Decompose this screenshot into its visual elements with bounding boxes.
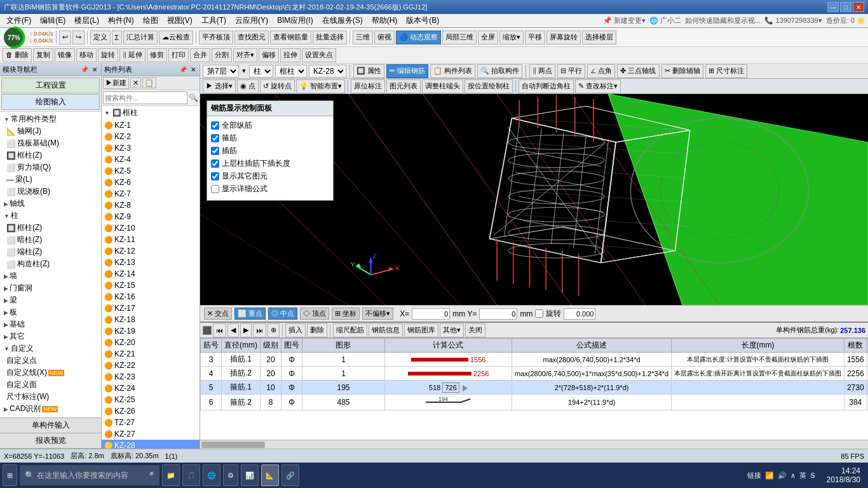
btn-split[interactable]: 分割	[212, 48, 232, 62]
tree-frame-col[interactable]: 🔲框柱(Z)	[1, 222, 100, 234]
rotate-input[interactable]	[564, 308, 595, 320]
horizontal-scrollbar[interactable]	[200, 440, 868, 449]
tree-cad[interactable]: ▶CAD识别 NEW	[1, 403, 100, 415]
comp-kz3[interactable]: 🟠KZ-3	[102, 142, 200, 154]
tray-up-arrow[interactable]: ∧	[790, 471, 796, 480]
btn-point-draw[interactable]: ◉ 点	[237, 79, 259, 93]
menu-tools[interactable]: 工具(T)	[198, 14, 230, 27]
btn-edit-rebar[interactable]: ✏ 编辑钢筋	[386, 64, 428, 78]
check-insert-bar[interactable]: 插筋	[211, 146, 329, 156]
nav-first-btn[interactable]: ⏮	[213, 323, 226, 337]
maximize-button[interactable]: □	[840, 2, 851, 12]
nav-prev-btn[interactable]: ◀	[227, 323, 239, 337]
btn-parallel[interactable]: ⊟ 平行	[557, 64, 585, 78]
btn-find[interactable]: 查找图元	[234, 30, 269, 44]
btn-mirror[interactable]: 镜像	[55, 48, 75, 62]
comp-kz7[interactable]: 🟠KZ-7	[102, 188, 200, 200]
comp-folder-kz[interactable]: ▼ 🔲 框柱	[102, 106, 200, 119]
menu-cloud[interactable]: 云应用(Y)	[231, 14, 272, 27]
btn-mod-mark[interactable]: ✎ 查改标注▾	[575, 79, 621, 93]
btn-trim[interactable]: 修剪	[147, 48, 167, 62]
btn-sum[interactable]: Σ	[112, 30, 123, 44]
nav-last-btn[interactable]: ⏭	[253, 323, 266, 337]
tree-hidden-col[interactable]: ⬜暗柱(Z)	[1, 234, 100, 246]
btn-select-floor[interactable]: 选择楼层	[582, 30, 616, 44]
tree-common-types[interactable]: ▼ 常用构件类型	[1, 113, 100, 125]
btn-intersect[interactable]: ✕ 交点	[204, 308, 232, 320]
btn-point-angle[interactable]: ∠ 点角	[587, 64, 615, 78]
tree-shear-wall[interactable]: ⬜剪力墙(Q)	[1, 161, 100, 173]
tray-lang[interactable]: 英	[799, 471, 806, 480]
btn-no-offset[interactable]: 不偏移▾	[362, 308, 393, 320]
comp-kz16[interactable]: 🟠KZ-16	[102, 291, 200, 302]
btn-rotate2[interactable]: 旋转	[98, 48, 118, 62]
check-show-other[interactable]: 显示其它图元	[211, 171, 329, 182]
btn-merge[interactable]: 合并	[190, 48, 210, 62]
btn-single-input[interactable]: 单构件输入	[0, 418, 101, 433]
tree-axis[interactable]: ▶轴线	[1, 198, 100, 210]
comp-name-selector[interactable]: KZ-28	[309, 65, 346, 78]
taskbar-app-ggj[interactable]: 📐	[261, 464, 279, 486]
comp-kz8[interactable]: 🟠KZ-8	[102, 200, 200, 211]
search-bar[interactable]: 🔍 在这里输入你要搜索的内容 🎤	[20, 465, 159, 485]
btn-dim-mark[interactable]: ⊞ 尺寸标注	[705, 64, 747, 78]
btn-cloud[interactable]: ☁云检查	[159, 30, 193, 44]
btn-view[interactable]: 俯视	[374, 30, 395, 44]
btn-coord[interactable]: ⊞ 坐标	[332, 308, 360, 320]
btn-print[interactable]: 打印	[168, 48, 189, 62]
check-stirrup[interactable]: 箍筋	[211, 133, 329, 144]
comp-kz27[interactable]: 🟠KZ-27	[102, 428, 200, 440]
menu-view[interactable]: 视图(V)	[163, 14, 196, 27]
comp-kz25[interactable]: 🟠KZ-25	[102, 394, 200, 405]
btn-align[interactable]: 对齐▾	[233, 48, 257, 62]
btn-pan[interactable]: 平移	[525, 30, 545, 44]
btn-define[interactable]: 定义	[90, 30, 111, 44]
btn-scale-rebar[interactable]: 缩尺配筋	[333, 323, 367, 337]
btn-orig-mark[interactable]: 原位标注	[351, 79, 385, 93]
btn-draw-input[interactable]: 绘图输入	[1, 94, 100, 110]
comp-kz15[interactable]: 🟠KZ-15	[102, 280, 200, 291]
comp-kz6[interactable]: 🟠KZ-6	[102, 177, 200, 188]
comp-kz9[interactable]: 🟠KZ-9	[102, 211, 200, 222]
comp-kz19[interactable]: 🟠KZ-19	[102, 325, 200, 337]
comp-kz13[interactable]: 🟠KZ-13	[102, 257, 200, 268]
btn-rotate-point[interactable]: ↺ 旋转点	[260, 79, 295, 93]
btn-batch[interactable]: 批量选择	[313, 30, 347, 44]
tree-custom-point[interactable]: 自定义点	[1, 355, 100, 367]
menu-draw[interactable]: 绘图	[139, 14, 162, 27]
table-row[interactable]: 3 插筋.1 20 Φ 1 1556 max(2800/6,740,500)+1…	[201, 353, 869, 367]
nav-pin-btn[interactable]: 📌	[79, 66, 90, 73]
comp-kz14[interactable]: 🟠KZ-14	[102, 268, 200, 280]
viewport-3d[interactable]: 钢筋显示控制面板 全部纵筋 箍筋 插筋 上层柱插筋下插长度 显示其它图元	[200, 94, 868, 305]
btn-property[interactable]: 🔲 属性	[353, 64, 384, 78]
rotate-check[interactable]	[535, 309, 543, 318]
btn-project-settings[interactable]: 工程设置	[1, 78, 100, 93]
btn-fullscreen[interactable]: 全屏	[478, 30, 498, 44]
comp-pin-btn[interactable]: 📌	[178, 66, 188, 73]
btn-flat[interactable]: 平齐板顶	[199, 30, 233, 44]
menu-version[interactable]: 版本号(B)	[402, 14, 443, 27]
search-input[interactable]	[103, 92, 187, 104]
nav-collapse-btn[interactable]	[203, 326, 212, 335]
btn-other-rebar[interactable]: 其他▾	[440, 323, 464, 337]
btn-calc[interactable]: 汇总计算	[123, 30, 158, 44]
check-all-longi[interactable]: 全部纵筋	[211, 120, 329, 131]
taskbar-app-music[interactable]: 🎵	[182, 464, 200, 486]
btn-new-comp[interactable]: ▶新建	[103, 77, 129, 89]
btn-view-quant[interactable]: 查看钢筋量	[270, 30, 311, 44]
tree-beam-group[interactable]: ▶梁	[1, 294, 100, 306]
tree-raft-found[interactable]: ⬜筏板基础(M)	[1, 137, 100, 149]
btn-del-rebar[interactable]: 删除	[307, 323, 327, 337]
comp-kz20[interactable]: 🟠KZ-20	[102, 337, 200, 348]
btn-insert-rebar[interactable]: 插入	[285, 323, 306, 337]
tree-dim-mark[interactable]: 尺寸标注(W)	[1, 391, 100, 403]
tree-axis-net[interactable]: 📐轴网(J)	[1, 125, 100, 137]
tree-door-window[interactable]: ▶门窗洞	[1, 282, 100, 294]
tree-wall[interactable]: ▶墙	[1, 270, 100, 282]
tree-cast-slab[interactable]: ⬜现浇板(B)	[1, 186, 100, 198]
btn-select-draw[interactable]: ▶ 选择▾	[203, 79, 236, 93]
btn-local3d[interactable]: 局部三维	[442, 30, 477, 44]
btn-set-point[interactable]: 设置夹点	[302, 48, 336, 62]
btn-extend[interactable]: ‖ 延伸	[119, 48, 146, 62]
comp-kz1[interactable]: 🟠KZ-1	[102, 119, 200, 131]
